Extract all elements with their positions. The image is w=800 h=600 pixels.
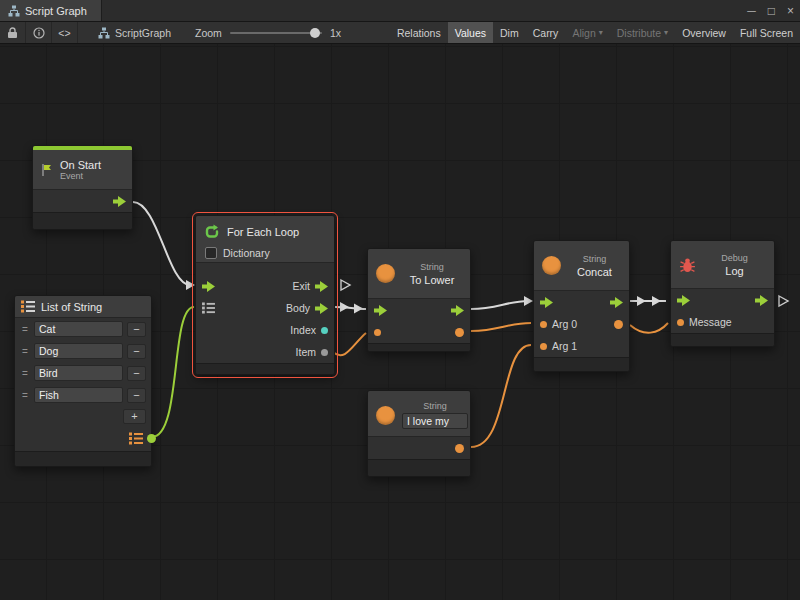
align-dropdown[interactable]: Align▾	[565, 22, 609, 43]
node-footer	[15, 451, 151, 466]
list-output-port[interactable]	[147, 434, 156, 443]
list-item-input[interactable]	[34, 387, 123, 403]
index-port[interactable]	[321, 327, 328, 334]
flow-in-port[interactable]	[677, 295, 690, 306]
node-title: To Lower	[410, 274, 455, 286]
node-footer	[33, 212, 132, 229]
dictionary-checkbox[interactable]	[205, 247, 217, 259]
lock-button[interactable]	[0, 22, 26, 43]
index-port-label: Index	[290, 324, 316, 336]
list-output-icon	[129, 432, 143, 445]
dim-label: Dim	[500, 27, 519, 39]
node-list-of-string[interactable]: List of String = − = − = − = −	[14, 295, 152, 467]
node-on-start[interactable]: On Start Event	[32, 145, 133, 230]
graph-toolbar: <> ScriptGraph Zoom 1x Relations Values …	[0, 22, 800, 44]
zoom-label: Zoom	[195, 27, 222, 39]
node-concat[interactable]: String Concat Arg 0 Arg 1	[533, 240, 630, 372]
item-port[interactable]	[321, 349, 328, 356]
close-icon[interactable]: ×	[781, 4, 800, 18]
maximize-icon[interactable]: □	[762, 4, 781, 18]
relations-label: Relations	[397, 27, 441, 39]
flow-out-port[interactable]	[755, 295, 768, 306]
node-title: Log	[725, 265, 743, 277]
result-output-port[interactable]	[614, 320, 623, 329]
string-output-port[interactable]	[455, 444, 464, 453]
wire-tolower-to-concat[interactable]	[471, 301, 528, 309]
relations-button[interactable]: Relations	[390, 22, 448, 43]
distribute-label: Distribute	[617, 27, 661, 39]
drag-handle[interactable]: =	[20, 324, 30, 335]
remove-item-button[interactable]: −	[127, 344, 146, 359]
dim-button[interactable]: Dim	[493, 22, 526, 43]
flow-out-port[interactable]	[451, 305, 464, 316]
drag-handle[interactable]: =	[20, 390, 30, 401]
flow-in-port[interactable]	[540, 297, 553, 308]
node-title: Concat	[577, 266, 612, 278]
node-type-label: String	[583, 254, 607, 264]
flow-in-port[interactable]	[374, 305, 387, 316]
node-debug-log[interactable]: Debug Log Message	[670, 240, 775, 347]
flow-out-port[interactable]	[113, 196, 126, 207]
list-input-port[interactable]	[202, 302, 215, 314]
lock-icon	[7, 27, 18, 39]
carry-button[interactable]: Carry	[526, 22, 566, 43]
wire-arrowhead	[354, 304, 363, 314]
add-item-button[interactable]: +	[123, 409, 146, 424]
script-graph-icon	[98, 27, 110, 39]
node-footer	[196, 363, 334, 374]
body-port-label: Body	[286, 302, 310, 314]
remove-item-button[interactable]: −	[127, 388, 146, 403]
wire-onstart-to-foreach[interactable]	[133, 202, 190, 285]
drag-handle[interactable]: =	[20, 346, 30, 357]
node-string-literal[interactable]: String	[367, 390, 471, 477]
flow-out-port[interactable]	[610, 297, 623, 308]
string-input-port[interactable]	[374, 329, 381, 336]
node-header: List of String	[15, 296, 151, 318]
wire-arrowhead	[524, 296, 533, 306]
wire-list-to-foreach[interactable]	[152, 307, 194, 437]
overview-button[interactable]: Overview	[675, 22, 733, 43]
drag-handle[interactable]: =	[20, 368, 30, 379]
body-port[interactable]	[315, 303, 328, 314]
zoom-slider[interactable]	[230, 32, 322, 34]
exit-port-label: Exit	[292, 280, 310, 292]
list-item-input[interactable]	[34, 321, 123, 337]
wire-arrowhead	[637, 296, 646, 306]
node-header: String	[368, 391, 470, 437]
node-footer	[534, 357, 629, 371]
wire-concat-to-message[interactable]	[630, 323, 668, 333]
wire-item-to-tolower[interactable]	[333, 333, 366, 355]
wire-tolower-to-arg0[interactable]	[471, 323, 531, 331]
arg0-port[interactable]	[540, 321, 547, 328]
node-to-lower[interactable]: String To Lower	[367, 248, 471, 352]
zoom-slider-handle[interactable]	[310, 28, 320, 38]
full-screen-label: Full Screen	[740, 27, 793, 39]
remove-item-button[interactable]: −	[127, 322, 146, 337]
info-button[interactable]	[26, 22, 52, 43]
graph-canvas[interactable]: On Start Event List of String = − =	[0, 44, 800, 600]
zoom-value: 1x	[330, 27, 341, 39]
flow-in-port[interactable]	[202, 281, 215, 292]
exit-port[interactable]	[315, 281, 328, 292]
tab-script-graph[interactable]: Script Graph	[0, 0, 102, 21]
breadcrumb[interactable]: ScriptGraph	[88, 27, 181, 39]
edit-source-button[interactable]: <>	[52, 22, 78, 43]
string-output-port[interactable]	[455, 328, 464, 337]
values-button[interactable]: Values	[448, 22, 493, 43]
wire-body-to-tolower[interactable]	[335, 307, 366, 309]
string-type-icon	[542, 256, 561, 275]
node-for-each-loop[interactable]: For Each Loop Dictionary Exit Body	[195, 215, 335, 375]
string-value-input[interactable]	[402, 413, 468, 429]
arg1-port[interactable]	[540, 343, 547, 350]
remove-item-button[interactable]: −	[127, 366, 146, 381]
minimize-icon[interactable]: ─	[741, 4, 762, 18]
wire-literal-to-arg1[interactable]	[471, 345, 531, 447]
list-item-input[interactable]	[34, 365, 123, 381]
distribute-dropdown[interactable]: Distribute▾	[610, 22, 675, 43]
message-port[interactable]	[677, 319, 684, 326]
list-item-row: = −	[15, 340, 151, 362]
list-item-input[interactable]	[34, 343, 123, 359]
full-screen-button[interactable]: Full Screen	[733, 22, 800, 43]
values-label: Values	[455, 27, 486, 39]
dictionary-label: Dictionary	[223, 247, 270, 259]
